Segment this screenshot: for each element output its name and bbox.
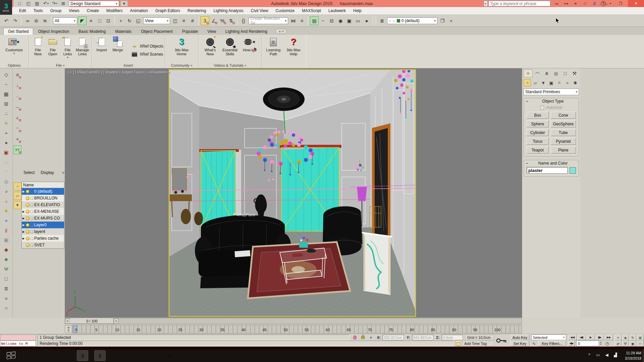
layer-visibility-bulb-icon[interactable]: [26, 237, 30, 240]
select-and-scale-icon[interactable]: ◱: [134, 16, 143, 25]
object-color-swatch[interactable]: [570, 167, 576, 174]
create-tab-icon[interactable]: ✳: [524, 69, 533, 77]
pivot-snap-icon[interactable]: ⊥Ω: [13, 81, 21, 90]
workspace-menu-button[interactable]: ▾: [120, 1, 128, 6]
ribbon-group-label[interactable]: Insert: [92, 63, 165, 68]
vertex-snap-icon[interactable]: ∴Ω: [13, 92, 21, 101]
panel-overflow-icon[interactable]: »: [62, 170, 64, 175]
ribbon-item[interactable]: ★How-tos: [240, 36, 259, 55]
taskbar-sheets-icon[interactable]: ▦: [164, 351, 175, 361]
ribbon-group-label[interactable]: Options: [0, 63, 29, 68]
transform-tool-icon[interactable]: +: [2, 128, 11, 138]
layer-visibility-bulb-icon[interactable]: [26, 217, 30, 220]
ribbon-group-label[interactable]: File▾: [29, 63, 92, 68]
rectangular-selection-icon[interactable]: □: [95, 16, 104, 25]
tray-caret-icon[interactable]: ^: [587, 353, 592, 357]
auto-key-button[interactable]: Auto Key: [511, 335, 529, 340]
object-name-field[interactable]: plaster: [527, 167, 568, 174]
ribbon-item[interactable]: File New: [31, 36, 45, 59]
go-to-frame-icon[interactable]: ◀▶: [568, 341, 575, 346]
layer-visibility-bulb-icon[interactable]: [26, 190, 30, 193]
frame-spinner[interactable]: ▲▼: [600, 341, 602, 346]
previous-frame-arrow[interactable]: <: [65, 318, 70, 324]
ribbon-item[interactable]: File Open: [46, 36, 60, 59]
play-icon[interactable]: ▶: [586, 335, 595, 340]
ribbon-item[interactable]: ★Essential Skills: [220, 36, 239, 59]
lights-subtab-icon[interactable]: ▼: [540, 79, 547, 86]
viewport-label[interactable]: [ + ] [ VRayCam001 ] [ Shaded + Edged Fa…: [68, 70, 170, 74]
primitive-button[interactable]: Box: [527, 112, 549, 119]
manage-layers-icon[interactable]: ≣: [378, 16, 386, 25]
motion-tab-icon[interactable]: ◎: [551, 69, 560, 77]
primitive-button[interactable]: Cylinder: [527, 129, 549, 136]
primitive-button[interactable]: Tube: [551, 129, 576, 136]
show-desktop-button[interactable]: [643, 349, 644, 362]
taskbar-ie-icon[interactable]: e: [60, 351, 70, 361]
undo-icon[interactable]: ↶: [2, 16, 11, 25]
orbit-subobject-icon[interactable]: ◉: [629, 341, 636, 347]
sign-in-key-icon[interactable]: ⊶: [563, 1, 569, 6]
search-expand-button[interactable]: ▸: [484, 1, 488, 6]
bind-to-space-warp-icon[interactable]: ≋: [41, 16, 49, 25]
percent-snap-icon[interactable]: %Ω: [218, 16, 227, 25]
edit-named-selection-sets-icon[interactable]: {}: [239, 16, 248, 25]
taskbar-acrobat-icon[interactable]: A: [112, 351, 123, 361]
isolate-selection-icon[interactable]: [352, 335, 358, 340]
rendered-frame-window-icon[interactable]: ▭: [354, 16, 362, 25]
cameras-subtab-icon[interactable]: ▣: [548, 79, 555, 86]
zoom-extents-icon[interactable]: +: [614, 335, 622, 341]
menu-item[interactable]: Views: [65, 7, 83, 14]
plant-tool-icon[interactable]: Ψ: [2, 264, 11, 274]
ribbon-item[interactable]: Import: [94, 36, 109, 55]
viewport[interactable]: [ + ] [ VRayCam001 ] [ Shaded + Edged Fa…: [65, 68, 522, 318]
grid-tool-icon[interactable]: ⊞: [2, 99, 11, 109]
display-tab-icon[interactable]: □: [561, 69, 570, 77]
xy-snap-icon[interactable]: XYΩ: [13, 145, 21, 154]
helpers-subtab-icon[interactable]: ⌗: [555, 79, 563, 86]
pin-tool-icon[interactable]: ◆: [2, 245, 11, 254]
go-to-start-icon[interactable]: ◀◀: [568, 335, 577, 340]
render-setup-icon[interactable]: ▣: [345, 16, 354, 25]
menu-item[interactable]: Animation: [126, 7, 152, 14]
geosphere-tool-icon[interactable]: ●: [2, 216, 11, 225]
selection-set-dropdown[interactable]: Selected▾: [531, 335, 566, 340]
z-coordinate-field[interactable]: 0.0cm: [441, 335, 463, 340]
ribbon-tab[interactable]: Basic Modeling: [74, 28, 110, 35]
absolute-mode-transform-icon[interactable]: ⌖: [368, 335, 374, 340]
angle-snap-icon[interactable]: ∠Ω: [13, 113, 21, 122]
quick-access-button[interactable]: ↷▾: [51, 1, 58, 7]
quick-access-button[interactable]: ↶▾: [42, 1, 50, 7]
ribbon-item[interactable]: XRef Scenes: [131, 52, 163, 57]
shapes-extra-icon[interactable]: ▱: [13, 192, 21, 200]
quick-access-button[interactable]: □: [16, 1, 23, 7]
time-slider-handle[interactable]: 0 / 100: [70, 318, 114, 324]
set-key-button[interactable]: Set Key: [511, 341, 529, 346]
menu-item[interactable]: Group: [47, 7, 65, 14]
dome-tool-icon[interactable]: ◠: [2, 167, 11, 177]
spinner-snap-icon[interactable]: ⇅Ω: [227, 16, 235, 25]
search-icon[interactable]: ∞: [554, 1, 560, 6]
favorites-star-icon[interactable]: ☆: [582, 1, 588, 6]
y-coordinate-field[interactable]: 942.807cm: [412, 335, 433, 340]
menu-item[interactable]: Modifiers: [103, 7, 126, 14]
circle-tool-icon[interactable]: ○: [2, 303, 11, 313]
next-frame-icon[interactable]: ▮▶: [595, 335, 604, 340]
restore-button[interactable]: ❐: [613, 0, 628, 7]
space-warps-subtab-icon[interactable]: ≈: [564, 79, 571, 86]
angle-snap-icon[interactable]: ∠Ω: [209, 16, 218, 25]
cone-tool-icon[interactable]: ▲: [2, 196, 11, 206]
communication-center-icon[interactable]: ⌖: [573, 1, 579, 6]
teapot-tool-icon[interactable]: ◕: [2, 186, 11, 196]
menu-item[interactable]: Lighting Analysis: [210, 7, 247, 14]
object-type-rollout-header[interactable]: –Object Type: [524, 98, 579, 104]
taskbar-vlc-icon[interactable]: ▲: [147, 351, 158, 361]
ribbon-tab[interactable]: Get Started: [3, 28, 33, 35]
maximize-viewport-icon[interactable]: ▣: [637, 335, 644, 341]
time-slider-track[interactable]: < 0 / 100 >: [65, 318, 522, 324]
taskbar-clock[interactable]: 11:28 AM 3/19/2018: [625, 350, 641, 361]
expand-arrow-icon[interactable]: ▶: [22, 230, 25, 233]
star-snap-icon[interactable]: ✳Ω: [13, 135, 21, 143]
primitive-category-dropdown[interactable]: Standard Primitives▾: [524, 88, 579, 95]
x-coordinate-field[interactable]: 332.017cm: [382, 335, 404, 340]
layer-row[interactable]: ❏ SVET: [22, 242, 64, 248]
